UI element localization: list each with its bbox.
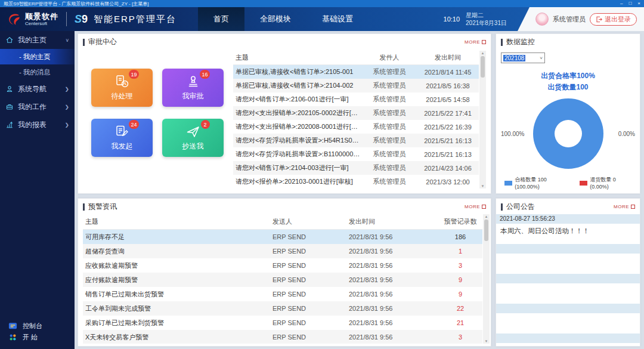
company-logo-icon	[6, 11, 21, 27]
main-content: 审批中心 MORE 19待处理16我审批24我发起2抄送我 主题 发件人 发出时…	[75, 31, 644, 349]
pending-icon	[114, 74, 130, 89]
count-badge: 16	[200, 70, 209, 79]
approval-row[interactable]: 请您对<销售订单>:2104-003进行[一审]系统管理员2021/4/23 1…	[233, 161, 479, 175]
logout-icon	[596, 16, 602, 23]
announcement-panel: 公司公告 MORE 2021-08-27 15:56:23本周六、周日公司活动！…	[496, 198, 640, 347]
alert-count: 9	[438, 291, 482, 298]
alert-row[interactable]: 采购订单已过期未到货预警ERP SEND2021/8/31 9:5621	[83, 316, 482, 330]
more-icon	[482, 40, 486, 44]
work-icon	[5, 103, 14, 111]
nav-tab-1[interactable]: 全部模块	[244, 7, 306, 31]
logout-button[interactable]: 退出登录	[590, 13, 637, 26]
col-count: 预警记录数	[438, 217, 482, 226]
approval-scrollbar[interactable]: ▲▼	[479, 51, 486, 189]
announcement-item-3[interactable]	[496, 304, 640, 333]
alerts-scrollbar[interactable]: ▲▼	[483, 214, 490, 344]
alert-row[interactable]: 销售订单已过期未出货预警ERP SEND2021/8/31 9:569	[83, 287, 482, 301]
alerts-table: 主题 发送人 发出时间 预警记录数 可用库存不足ERP SEND2021/8/3…	[83, 214, 490, 344]
donut-left-label: 100.00%	[501, 131, 528, 137]
approval-row[interactable]: 请您对<报价单>:202103-0001进行[审核]系统管理员2021/3/3 …	[233, 175, 479, 189]
s9-logo: S9	[75, 13, 88, 26]
sidebar-group-1[interactable]: 系统导航❯	[0, 80, 75, 98]
sidebar-group-3[interactable]: 我的报表❯	[0, 116, 75, 134]
announcement-panel-title: 公司公告	[506, 202, 535, 212]
announcement-list: 2021-08-27 15:56:23本周六、周日公司活动！！！	[496, 214, 640, 346]
sidebar: 我的主页∨我的主页我的消息系统导航❯我的工作❯我的报表❯ 控制台开 始	[0, 31, 75, 349]
approval-row[interactable]: 请您对<销售订单>:2106-001进行[一审]系统管理员2021/6/5 14…	[233, 92, 479, 106]
approval-more-button[interactable]: MORE	[465, 39, 486, 45]
nav-tab-2[interactable]: 基础设置	[306, 7, 369, 31]
main-nav: 首页全部模块基础设置	[198, 7, 369, 31]
approval-tile-3[interactable]: 2抄送我	[162, 119, 224, 157]
announcement-item-4[interactable]	[496, 333, 640, 346]
alert-count: 186	[438, 233, 482, 240]
period-value: 202108	[503, 55, 525, 61]
sidebar-item-0-1[interactable]: 我的消息	[0, 64, 75, 80]
alert-row[interactable]: 可用库存不足ERP SEND2021/8/31 9:56186	[83, 230, 482, 244]
brand-logo: 顺景软件 Centersoft S9 智能ERP管理平台	[0, 7, 181, 31]
alert-row[interactable]: 工令单到期未完成预警ERP SEND2021/8/31 9:5622	[83, 301, 482, 316]
announcement-text: 本周六、周日公司活动！！！	[496, 224, 640, 244]
period-select[interactable]: 202108 ˅	[501, 52, 545, 63]
donut-right-label: 0.00%	[608, 131, 636, 137]
approval-row[interactable]: 单据已审核,请接收<销售订单>:2105-001系统管理员2021/8/14 1…	[233, 65, 479, 79]
announcement-text	[496, 254, 640, 274]
approval-tile-1[interactable]: 16我审批	[162, 69, 224, 107]
product-title: 智能ERP管理平台	[94, 14, 177, 25]
count-badge: 24	[129, 120, 138, 129]
sidebar-item-0-0[interactable]: 我的主页	[0, 49, 75, 64]
maximize-icon[interactable]: □	[628, 1, 631, 7]
nav-icon	[5, 85, 14, 93]
alerts-more-button[interactable]: MORE	[465, 204, 486, 209]
sidebar-group-0[interactable]: 我的主页∨	[0, 31, 75, 49]
approval-row[interactable]: 单据已审核,请接收<销售订单>:2104-002系统管理员2021/8/5 16…	[233, 79, 479, 92]
sidebar-footer-item-0[interactable]: 控制台	[8, 322, 70, 331]
col-time: 发出时间	[417, 53, 479, 62]
approval-row[interactable]: 请您对<支出报销单>:202008-0001进行[审核]系统管理员2021/5/…	[233, 120, 479, 134]
approval-tile-2[interactable]: 24我发起	[91, 119, 153, 157]
console-icon	[8, 322, 17, 331]
chevron-down-icon: ∨	[65, 38, 69, 43]
app-header: 顺景软件 Centersoft S9 智能ERP管理平台 首页全部模块基础设置 …	[0, 7, 644, 31]
alert-row[interactable]: 超储存货查询ERP SEND2021/8/31 9:561	[83, 244, 482, 258]
nav-tab-0[interactable]: 首页	[198, 7, 244, 31]
announcement-item-1[interactable]	[496, 244, 640, 274]
announcement-date	[496, 333, 640, 343]
approval-row[interactable]: 请您对<存货浮动耗损率设置>:H54R1S006002进行[审核]系统管理员20…	[233, 134, 479, 147]
header-clock: 10:10 星期二 2021年8月31日	[444, 7, 518, 31]
alerts-panel: 预警资讯 MORE 主题 发送人 发出时间 预警记录数 可用库存不足ERP SE…	[78, 198, 491, 347]
more-icon	[482, 205, 486, 209]
announcement-date	[496, 274, 640, 283]
send-icon	[185, 124, 201, 140]
chevron-right-icon: ❯	[64, 87, 69, 92]
minimize-icon[interactable]: –	[620, 1, 623, 7]
approval-row[interactable]: 请您对<支出报销单>:202105-0002进行[审核]系统管理员2021/5/…	[233, 106, 479, 120]
panel-accent	[83, 39, 85, 46]
alert-count: 3	[438, 262, 482, 269]
announcement-more-button[interactable]: MORE	[614, 204, 635, 209]
col-time: 发出时间	[349, 217, 438, 226]
panel-accent	[501, 39, 503, 46]
announcement-text	[496, 313, 640, 333]
sidebar-group-2[interactable]: 我的工作❯	[0, 98, 75, 116]
sidebar-footer-item-1[interactable]: 开 始	[8, 333, 70, 342]
announcement-item-0[interactable]: 2021-08-27 15:56:23本周六、周日公司活动！！！	[496, 214, 640, 244]
close-icon[interactable]: ×	[637, 1, 640, 7]
alert-row[interactable]: X天未转交易客户预警ERP SEND2021/8/31 9:563	[83, 330, 482, 344]
alert-count: 21	[438, 319, 482, 326]
avatar[interactable]	[535, 13, 549, 26]
count-badge: 19	[129, 70, 138, 79]
alert-count: 9	[438, 276, 482, 283]
approval-row[interactable]: 请您对<存货浮动耗损率设置>:B11000001进行[审核]系统管理员2021/…	[233, 147, 479, 161]
alert-count: 3	[438, 333, 482, 341]
approval-tile-0[interactable]: 19待处理	[91, 69, 153, 107]
data-monitor-panel: 数据监控 202108 ˅ 出货合格率100% 出货数量100 100.00% …	[496, 33, 640, 194]
alert-row[interactable]: 应付账款逾期预警ERP SEND2021/8/31 9:569	[83, 273, 482, 287]
stamp-icon	[185, 74, 201, 89]
divider	[66, 12, 67, 26]
col-subject: 主题	[83, 217, 273, 226]
alert-row[interactable]: 应收账款逾期预警ERP SEND2021/8/31 9:563	[83, 258, 482, 273]
col-sender: 发件人	[362, 53, 417, 62]
announcement-item-2[interactable]	[496, 274, 640, 304]
start-icon	[8, 333, 17, 342]
